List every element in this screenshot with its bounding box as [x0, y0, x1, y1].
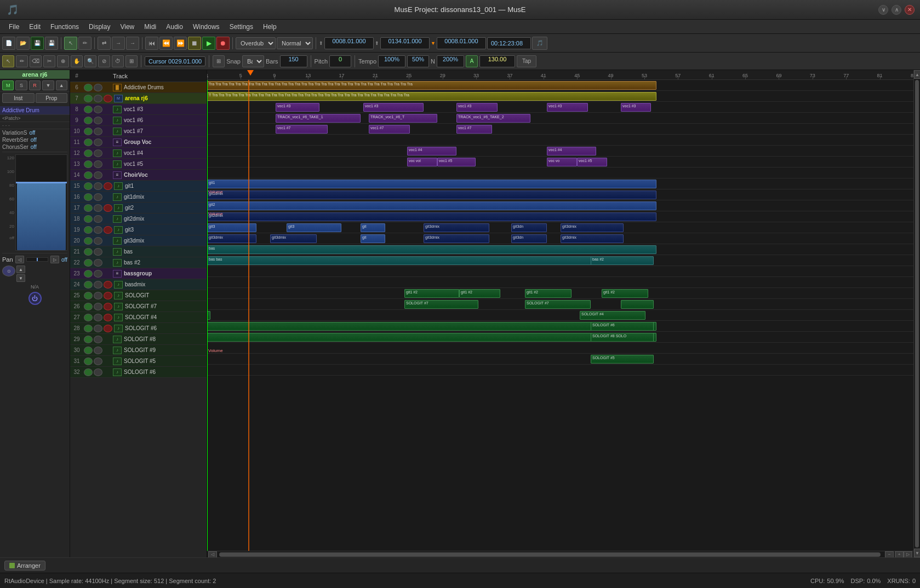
- track-row-23[interactable]: 23 ≡ bassgroup: [70, 268, 207, 279]
- track-row-27[interactable]: 27 ♪ SOLOGIT #4: [70, 312, 207, 323]
- clip-19-645[interactable]: git3dmix: [561, 223, 624, 232]
- menu-view[interactable]: View: [116, 22, 139, 32]
- right-locator[interactable]: 0134.01.000: [380, 37, 430, 49]
- clip-20-115[interactable]: git3dmix: [270, 234, 317, 243]
- snap-dropdown[interactable]: Bar: [242, 55, 264, 67]
- clip-26-755[interactable]: [621, 300, 654, 309]
- play-button[interactable]: ▶: [202, 37, 215, 50]
- track-row-28[interactable]: 28 ♪ SOLOGIT #6: [70, 323, 207, 334]
- loop-button[interactable]: ⇄: [98, 37, 111, 50]
- clip-20-555[interactable]: git3dn: [511, 234, 547, 243]
- inst-button[interactable]: Inst: [2, 93, 35, 103]
- track-solo-20[interactable]: [94, 237, 102, 245]
- track-row-19[interactable]: 19 ♪ git3: [70, 224, 207, 235]
- track-row-10[interactable]: 10 ♪ voc1 #7: [70, 126, 207, 137]
- clip-9-295[interactable]: TRACK_voc1_#6_T: [369, 114, 437, 123]
- track-rec-28[interactable]: [104, 325, 112, 332]
- clip-21-0[interactable]: bas: [207, 245, 656, 254]
- clip-18-0[interactable]: git2dmix: [207, 212, 656, 221]
- track-solo-11[interactable]: [94, 139, 102, 146]
- track-solo-18[interactable]: [94, 215, 102, 223]
- new-file-button[interactable]: 📄: [2, 37, 15, 50]
- track-row-11[interactable]: 11 ≡ Group Voc: [70, 137, 207, 148]
- clip-17-0[interactable]: git2: [207, 201, 656, 210]
- clip-9-455[interactable]: TRACK_voc1_#6_TAKE_2: [456, 114, 530, 123]
- track-solo-22[interactable]: [94, 259, 102, 267]
- clip-10-455[interactable]: voc1 #7: [456, 125, 492, 134]
- track-row-9[interactable]: 9 ♪ voc1 #6: [70, 115, 207, 126]
- clip-27-0[interactable]: [207, 311, 210, 320]
- menu-edit[interactable]: Edit: [25, 22, 45, 32]
- track-solo-7[interactable]: [94, 95, 102, 102]
- track-row-22[interactable]: 22 ♪ bas #2: [70, 257, 207, 268]
- menu-display[interactable]: Display: [84, 22, 115, 32]
- scroll-down-arrow[interactable]: ▼: [914, 549, 920, 557]
- track-rec-27[interactable]: [104, 314, 112, 321]
- clip-6-0[interactable]: Tra Tra Tra Tra Tra Tra Tra Tra Tra Tra …: [207, 81, 656, 90]
- clip-20-280[interactable]: git: [361, 234, 385, 243]
- clip-20-645[interactable]: git3dmix: [561, 234, 624, 243]
- track-mute-25[interactable]: [84, 292, 93, 299]
- track-solo-8[interactable]: [94, 106, 102, 113]
- pitch-value[interactable]: 0: [329, 55, 351, 67]
- track-mute-20[interactable]: [84, 237, 93, 245]
- track-solo-19[interactable]: [94, 226, 102, 234]
- track-rec-19[interactable]: [104, 226, 112, 234]
- punch-out-button[interactable]: →: [126, 37, 139, 50]
- pan-tool[interactable]: ✋: [71, 55, 83, 67]
- clip-28-700[interactable]: SOLOGIT #6: [591, 322, 654, 331]
- track-mute-10[interactable]: [84, 128, 93, 135]
- up-button[interactable]: ▲: [16, 266, 25, 273]
- track-mute-32[interactable]: [84, 368, 93, 376]
- power-button[interactable]: ⏻: [28, 292, 42, 305]
- clip-12-365[interactable]: voc1 #4: [407, 147, 456, 155]
- clip-8-620[interactable]: voc1 #3: [547, 103, 588, 112]
- volume-slider[interactable]: [15, 154, 67, 251]
- track-row-15[interactable]: 15 ♪ git1: [70, 181, 207, 192]
- track-row-24[interactable]: 24 ♪ basdmix: [70, 279, 207, 290]
- track-solo-26[interactable]: [94, 303, 102, 310]
- track-row-18[interactable]: 18 ♪ git2dmix: [70, 214, 207, 224]
- clip-8-755[interactable]: voc1 #3: [621, 103, 651, 112]
- clip-29-700[interactable]: SOLOGIT #8 SOLO: [591, 333, 654, 342]
- draw-tool[interactable]: ✏: [16, 55, 28, 67]
- clip-26-360[interactable]: SOLOGIT #7: [404, 300, 478, 309]
- clip-19-0[interactable]: git3: [207, 223, 256, 232]
- track-solo-24[interactable]: [94, 281, 102, 289]
- track-mute-21[interactable]: [84, 248, 93, 256]
- track-row-32[interactable]: 32 ♪ SOLOGIT #6: [70, 367, 207, 378]
- glue-tool[interactable]: ⊕: [57, 55, 69, 67]
- track-rec-25[interactable]: [104, 292, 112, 299]
- clip-8-285[interactable]: voc1 #3: [363, 103, 424, 112]
- record-button[interactable]: ⏺: [216, 37, 230, 50]
- menu-file[interactable]: File: [4, 22, 24, 32]
- menu-settings[interactable]: Settings: [225, 22, 258, 32]
- clip-10-125[interactable]: voc1 #7: [276, 125, 328, 134]
- track-rec-7[interactable]: [104, 95, 112, 102]
- track-row-21[interactable]: 21 ♪ bas: [70, 246, 207, 257]
- track-row-30[interactable]: 30 ♪ SOLOGIT #9: [70, 345, 207, 356]
- punch-in-button[interactable]: →: [112, 37, 125, 50]
- clips-scroll-area[interactable]: Tra Tra Tra Tra Tra Tra Tra Tra Tra Tra …: [207, 80, 913, 551]
- track-solo-31[interactable]: [94, 358, 102, 365]
- track-solo-23[interactable]: [94, 270, 102, 278]
- track-mute-23[interactable]: [84, 270, 93, 278]
- menu-windows[interactable]: Windows: [188, 22, 224, 32]
- up-arrow-button[interactable]: ▲: [56, 80, 67, 90]
- track-solo-14[interactable]: [94, 171, 102, 179]
- track-mute-18[interactable]: [84, 215, 93, 223]
- track-mute-28[interactable]: [84, 325, 93, 332]
- v-scroll-thumb[interactable]: [915, 80, 919, 547]
- track-mute-26[interactable]: [84, 303, 93, 310]
- clip-12-620[interactable]: voc1 #4: [547, 147, 596, 155]
- track-solo-30[interactable]: [94, 347, 102, 354]
- zoom-percent[interactable]: 200%: [437, 55, 464, 67]
- track-mute-17[interactable]: [84, 204, 93, 212]
- scroll-left-arrow[interactable]: ◁: [208, 551, 217, 558]
- track-mute-30[interactable]: [84, 347, 93, 354]
- pan-right[interactable]: ▷: [50, 256, 59, 263]
- track-mute-31[interactable]: [84, 358, 93, 365]
- arranger-tab[interactable]: Arranger: [4, 561, 45, 570]
- down-arrow-button[interactable]: ▼: [42, 80, 54, 90]
- time-tool[interactable]: ⏱: [112, 55, 124, 67]
